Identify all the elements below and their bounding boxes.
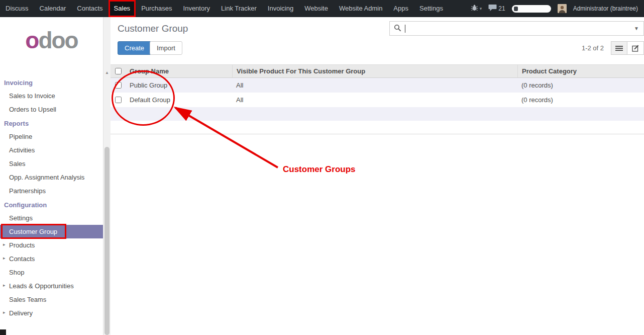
logo-letter: o [52, 27, 65, 53]
sidebar-item-settings[interactable]: Settings [0, 211, 103, 225]
sidebar-item-orders-to-upsell[interactable]: Orders to Upsell [0, 103, 103, 116]
sidebar-item-shop[interactable]: Shop [0, 266, 103, 279]
corner-artifact [0, 329, 6, 335]
menu-discuss[interactable]: Discuss [0, 0, 34, 17]
cell-group-name: Default Group [126, 96, 232, 104]
sidebar-item-products[interactable]: ▸ Products [0, 238, 103, 252]
expand-triangle-icon[interactable]: ▸ [3, 256, 6, 261]
menu-link-tracker[interactable]: Link Tracker [216, 0, 262, 17]
sidebar-item-delivery[interactable]: ▸ Delivery [0, 306, 103, 320]
debug-menu[interactable]: ▾ [471, 5, 482, 13]
table-header-row: Group Name Visible Product For This Cust… [111, 64, 644, 78]
timer-widget[interactable] [512, 5, 551, 13]
sidebar-item-label: Delivery [9, 309, 33, 317]
sidebar-item-leads-opportunities[interactable]: ▸ Leads & Opportunities [0, 279, 103, 293]
cell-product-category: (0 records) [517, 81, 644, 89]
search-dropdown-caret-icon[interactable]: ▼ [634, 26, 639, 31]
list-icon [615, 45, 623, 51]
section-configuration: Configuration [0, 198, 103, 211]
section-invoicing: Invoicing [0, 75, 103, 89]
create-button[interactable]: Create [118, 41, 151, 55]
timer-icon [514, 7, 518, 11]
select-all-checkbox[interactable] [115, 68, 122, 74]
sidebar-item-pipeline[interactable]: Pipeline [0, 130, 103, 143]
sidebar-item-sales-teams[interactable]: Sales Teams [0, 293, 103, 306]
sidebar-item-label: Leads & Opportunities [9, 282, 74, 290]
expand-triangle-icon[interactable]: ▸ [3, 310, 6, 315]
header-product-category[interactable]: Product Category [517, 65, 644, 77]
row-checkbox-cell [111, 82, 126, 89]
odoo-logo: odoo [0, 27, 103, 53]
table-row[interactable]: Public Group All (0 records) [111, 78, 644, 93]
cell-visible-product: All [232, 81, 517, 89]
text-cursor [405, 25, 405, 33]
import-button[interactable]: Import [150, 41, 182, 55]
menu-website-admin[interactable]: Website Admin [334, 0, 388, 17]
logo-letter: o [25, 27, 38, 53]
control-panel: Customer Group ▼ Create Import 1-2 of 2 [111, 17, 644, 64]
menu-apps[interactable]: Apps [388, 0, 414, 17]
header-visible-product[interactable]: Visible Product For This Customer Group [232, 65, 517, 77]
search-icon [394, 24, 401, 33]
menu-website[interactable]: Website [299, 0, 334, 17]
topbar-right: ▾ 21 Administrator (braintree) [471, 0, 644, 17]
search-input[interactable] [407, 22, 629, 35]
cell-product-category: (0 records) [517, 96, 644, 104]
expand-triangle-icon[interactable]: ▸ [3, 242, 6, 247]
edit-icon [632, 45, 639, 52]
header-checkbox-cell [111, 68, 126, 74]
view-switcher [611, 41, 644, 55]
sidebar-item-partnerships[interactable]: Partnerships [0, 184, 103, 198]
caret-down-icon: ▾ [480, 6, 482, 11]
menu-sales[interactable]: Sales [109, 0, 136, 17]
customer-group-table: Group Name Visible Product For This Cust… [111, 64, 644, 134]
sidebar: odoo Invoicing Sales to Invoice Orders t… [0, 17, 103, 335]
sidebar-item-label: Customer Group [9, 228, 57, 235]
menu-invoicing[interactable]: Invoicing [262, 0, 299, 17]
sidebar-item-contacts[interactable]: ▸ Contacts [0, 252, 103, 266]
bug-icon [471, 5, 478, 13]
menu-inventory[interactable]: Inventory [178, 0, 216, 17]
sidebar-item-opp-assignment-analysis[interactable]: Opp. Assignment Analysis [0, 171, 103, 184]
menu-settings[interactable]: Settings [414, 0, 449, 17]
sidebar-nav: Invoicing Sales to Invoice Orders to Ups… [0, 75, 103, 320]
sidebar-item-label: Products [9, 241, 35, 249]
avatar[interactable] [558, 4, 567, 13]
search-bar: ▼ [389, 21, 644, 36]
expand-triangle-icon[interactable]: ▸ [3, 283, 6, 288]
empty-row [111, 121, 644, 134]
pager[interactable]: 1-2 of 2 [582, 44, 604, 52]
scrollbar-thumb[interactable] [104, 147, 110, 335]
row-checkbox[interactable] [115, 97, 122, 103]
sidebar-item-activities[interactable]: Activities [0, 143, 103, 157]
empty-row [111, 107, 644, 121]
sidebar-scrollbar[interactable]: ▲ [103, 17, 111, 335]
topbar-menus: Discuss Calendar Contacts Sales Purchase… [0, 0, 449, 17]
menu-calendar[interactable]: Calendar [34, 0, 72, 17]
menu-purchases[interactable]: Purchases [136, 0, 177, 17]
message-count: 21 [498, 5, 505, 12]
sidebar-item-sales[interactable]: Sales [0, 157, 103, 171]
header-group-name[interactable]: Group Name [126, 67, 232, 75]
topbar: Discuss Calendar Contacts Sales Purchase… [0, 0, 644, 17]
chat-bubble-icon [488, 4, 497, 13]
main-content: Customer Group ▼ Create Import 1-2 of 2 [111, 17, 644, 335]
page-title: Customer Group [118, 23, 188, 34]
sidebar-item-sales-to-invoice[interactable]: Sales to Invoice [0, 89, 103, 103]
logo-letter: o [65, 27, 78, 53]
table-row[interactable]: Default Group All (0 records) [111, 93, 644, 107]
row-checkbox-cell [111, 97, 126, 103]
scroll-up-arrow-icon[interactable]: ▲ [103, 70, 111, 75]
section-reports: Reports [0, 116, 103, 130]
messages-indicator[interactable]: 21 [488, 4, 505, 13]
sidebar-item-label: Contacts [9, 255, 35, 263]
user-menu[interactable]: Administrator (braintree) [573, 5, 638, 12]
cell-group-name: Public Group [126, 81, 232, 89]
cell-visible-product: All [232, 96, 517, 104]
sidebar-item-customer-group[interactable]: Customer Group [0, 225, 103, 238]
form-view-button[interactable] [627, 41, 644, 55]
menu-sales-label: Sales [114, 5, 131, 12]
list-view-button[interactable] [611, 41, 627, 55]
row-checkbox[interactable] [115, 82, 122, 89]
menu-contacts[interactable]: Contacts [71, 0, 108, 17]
